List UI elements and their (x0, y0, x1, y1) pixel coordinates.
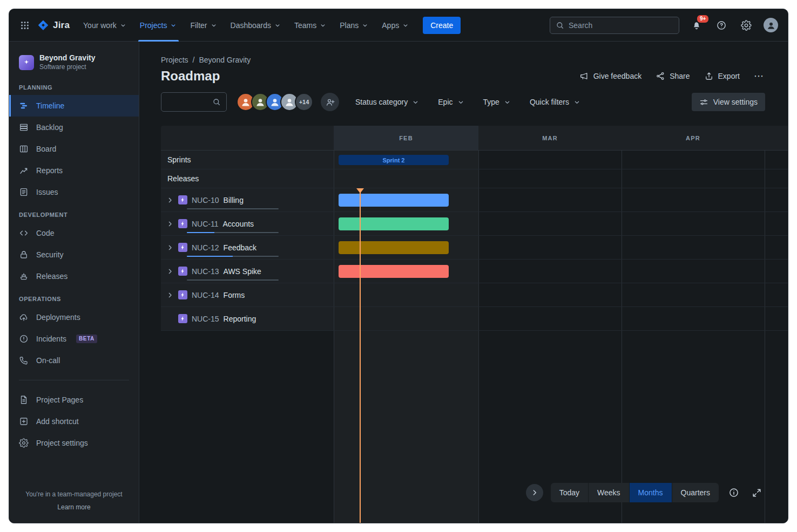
nav-apps[interactable]: Apps (376, 9, 415, 42)
nav-label: Dashboards (231, 21, 272, 30)
epic-row-header[interactable]: NUC-11 Accounts (161, 212, 334, 235)
epic-row-nuc-15: NUC-15 Reporting (161, 307, 788, 331)
epic-timeline-bar[interactable] (339, 217, 449, 230)
sidebar-item-reports[interactable]: Reports (9, 160, 139, 181)
top-navigation-bar: Jira Your work Projects Filter Dashboard… (9, 9, 788, 42)
more-actions-button[interactable]: ⋯ (754, 70, 764, 82)
timeline-info-button[interactable] (726, 485, 741, 500)
sprint-bar[interactable]: Sprint 2 (339, 155, 449, 165)
jira-logo[interactable]: Jira (35, 19, 76, 31)
filter-epic[interactable]: Epic (438, 98, 464, 106)
question-icon (716, 20, 727, 31)
filter-label: Quick filters (530, 98, 569, 106)
sidebar-item-backlog[interactable]: Backlog (9, 117, 139, 138)
section-title-development: DEVELOPMENT (9, 203, 139, 222)
sidebar-item-issues[interactable]: Issues (9, 181, 139, 203)
sidebar-item-security[interactable]: Security (9, 244, 139, 265)
sidebar-item-board[interactable]: Board (9, 138, 139, 160)
epic-icon (178, 290, 187, 299)
epic-row-header[interactable]: NUC-10 Billing (161, 188, 334, 212)
create-button[interactable]: Create (423, 17, 461, 34)
filter-quick-filters[interactable]: Quick filters (530, 98, 581, 106)
epic-row-nuc-11: NUC-11 Accounts (161, 212, 788, 236)
zoom-option-quarters[interactable]: Quarters (672, 483, 719, 502)
expand-chevron-icon[interactable] (165, 219, 175, 229)
epic-row-header[interactable]: NUC-13 AWS Spike (161, 260, 334, 283)
nav-label: Plans (340, 21, 359, 30)
avatar-overflow-count[interactable]: +14 (295, 93, 313, 111)
fullscreen-button[interactable] (749, 485, 764, 500)
timeline-search[interactable] (161, 92, 227, 112)
sidebar-item-project-settings[interactable]: Project settings (9, 432, 139, 454)
notifications-button[interactable]: 9+ (689, 18, 704, 33)
backlog-icon (19, 122, 29, 132)
give-feedback-button[interactable]: Give feedback (579, 71, 642, 81)
epic-timeline-bar[interactable] (339, 241, 449, 254)
expand-chevron-icon[interactable] (165, 290, 175, 300)
sidebar-item-label: Project settings (36, 439, 88, 447)
jira-app-window: Jira Your work Projects Filter Dashboard… (9, 9, 788, 523)
nav-dashboards[interactable]: Dashboards (225, 9, 288, 42)
filter-type[interactable]: Type (483, 98, 511, 106)
project-header[interactable]: Beyond Gravity Software project (9, 53, 139, 71)
epic-timeline-bar[interactable] (339, 194, 449, 207)
share-button[interactable]: Share (656, 71, 690, 81)
sidebar-item-releases[interactable]: Releases (9, 265, 139, 287)
nav-projects[interactable]: Projects (134, 9, 184, 42)
page-title: Roadmap (161, 69, 220, 84)
zoom-option-today[interactable]: Today (551, 483, 588, 502)
nav-teams[interactable]: Teams (288, 9, 333, 42)
chevron-down-icon (170, 22, 177, 29)
epic-row-header[interactable]: NUC-15 Reporting (161, 307, 334, 330)
sidebar-item-label: On-call (36, 356, 60, 365)
chevron-down-icon (402, 22, 409, 29)
logo-text: Jira (53, 20, 70, 31)
sidebar-item-incidents[interactable]: Incidents BETA (9, 328, 139, 350)
breadcrumb-projects[interactable]: Projects (161, 56, 188, 64)
timeline-search-input[interactable] (167, 98, 212, 106)
expand-chevron-icon[interactable] (165, 195, 175, 205)
plus-square-icon (19, 417, 29, 426)
nav-filter[interactable]: Filter (184, 9, 223, 42)
epic-row-header[interactable]: NUC-12 Feedback (161, 236, 334, 259)
app-switcher-button[interactable] (16, 16, 34, 35)
zoom-option-weeks[interactable]: Weeks (588, 483, 629, 502)
person-icon (269, 97, 280, 107)
sidebar-item-project-pages[interactable]: Project Pages (9, 389, 139, 411)
lock-icon (19, 250, 29, 260)
learn-more-link[interactable]: Learn more (16, 503, 132, 511)
global-search-input[interactable] (569, 21, 673, 30)
epic-timeline-bar[interactable] (339, 265, 449, 278)
sidebar-item-code[interactable]: Code (9, 222, 139, 244)
add-people-button[interactable] (321, 93, 339, 111)
search-icon (212, 98, 221, 106)
filter-status-category[interactable]: Status category (355, 98, 420, 106)
export-button[interactable]: Export (704, 71, 740, 81)
sidebar-item-timeline[interactable]: Timeline (9, 95, 139, 117)
epic-row-header[interactable]: NUC-14 Forms (161, 283, 334, 306)
view-settings-button[interactable]: View settings (692, 93, 765, 111)
expand-chevron-icon[interactable] (165, 243, 175, 253)
project-avatar (19, 55, 34, 70)
scroll-timeline-button[interactable] (526, 484, 543, 501)
epic-progress-bar (187, 232, 279, 233)
sidebar-item-add-shortcut[interactable]: Add shortcut (9, 411, 139, 432)
global-search[interactable] (550, 17, 679, 34)
nav-your-work[interactable]: Your work (77, 9, 133, 42)
filter-label: Status category (355, 98, 408, 106)
filter-label: Epic (438, 98, 452, 106)
sidebar-item-on-call[interactable]: On-call (9, 350, 139, 371)
expand-chevron-icon[interactable] (165, 267, 175, 276)
releases-row-label: Releases (161, 169, 334, 188)
releases-row: Releases (161, 169, 788, 188)
export-icon (704, 71, 714, 81)
zoom-option-months[interactable]: Months (629, 483, 672, 502)
settings-button[interactable] (739, 18, 754, 33)
sidebar-item-deployments[interactable]: Deployments (9, 306, 139, 328)
sidebar-item-label: Releases (36, 272, 67, 281)
nav-plans[interactable]: Plans (334, 9, 375, 42)
profile-avatar[interactable] (764, 18, 778, 32)
help-button[interactable] (714, 18, 729, 33)
grid-icon (20, 21, 30, 30)
breadcrumb-current-project[interactable]: Beyond Gravity (199, 56, 251, 64)
